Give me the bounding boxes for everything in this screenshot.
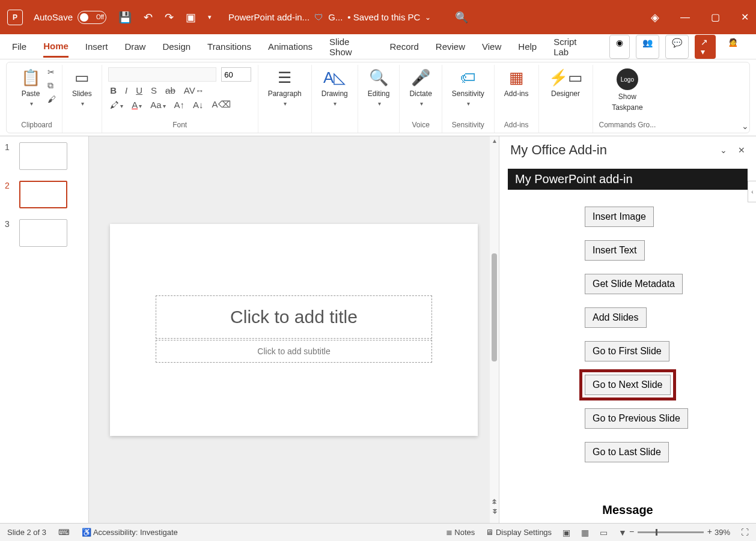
customize-qat-icon[interactable]: ▾ bbox=[208, 13, 212, 21]
maximize-button[interactable]: ▢ bbox=[711, 11, 720, 23]
insert-image-button[interactable]: Insert Image bbox=[585, 207, 654, 227]
addin-reveal-tab[interactable]: ‹ bbox=[748, 181, 756, 202]
show-taskpane-button[interactable]: Logo Show Taskpane bbox=[608, 67, 646, 113]
dictate-button[interactable]: 🎤 Dictate bbox=[406, 67, 435, 108]
scroll-up-arrow-icon[interactable]: ▲ bbox=[492, 138, 497, 144]
increase-font-button[interactable]: A↑ bbox=[172, 100, 187, 110]
tab-record[interactable]: Record bbox=[390, 37, 419, 56]
change-case-button[interactable]: Aa bbox=[148, 100, 167, 110]
teams-button[interactable]: 👥 bbox=[636, 35, 659, 59]
reading-view-button[interactable]: ▭ bbox=[600, 528, 608, 537]
search-icon[interactable]: 🔍 bbox=[455, 11, 468, 24]
subtitle-placeholder[interactable]: Click to add subtitle bbox=[156, 340, 432, 363]
get-slide-metadata-button[interactable]: Get Slide Metadata bbox=[585, 274, 683, 294]
tab-insert[interactable]: Insert bbox=[85, 37, 108, 56]
drawing-button[interactable]: A◺ Drawing bbox=[318, 67, 352, 108]
slide-sorter-view-button[interactable]: ▦ bbox=[581, 528, 589, 537]
slideshow-view-button[interactable]: ▼ bbox=[618, 528, 627, 537]
taskpane-close-icon[interactable]: ✕ bbox=[738, 145, 745, 155]
autosave-toggle[interactable]: Off bbox=[78, 11, 106, 24]
strikethrough-button[interactable]: ab bbox=[163, 85, 177, 95]
sensitivity-shield-icon[interactable]: 🛡 bbox=[314, 12, 323, 22]
zoom-slider[interactable]: − + bbox=[638, 531, 704, 533]
previous-slide-icon[interactable]: ⯭ bbox=[492, 498, 497, 505]
italic-button[interactable]: I bbox=[123, 85, 129, 95]
premium-icon[interactable]: ◈ bbox=[651, 11, 659, 24]
group-clipboard: 📋 Paste ✂ ⧉ 🖌 Clipboard bbox=[11, 65, 62, 133]
go-to-next-slide-button[interactable]: Go to Next Slide bbox=[585, 375, 671, 395]
underline-button[interactable]: U bbox=[134, 85, 144, 95]
character-spacing-button[interactable]: AV↔ bbox=[182, 85, 206, 95]
tab-help[interactable]: Help bbox=[518, 37, 537, 56]
tab-draw[interactable]: Draw bbox=[124, 37, 145, 56]
thumbnail-row: 2 bbox=[5, 181, 84, 208]
taskpane-menu-chevron-icon[interactable]: ⌄ bbox=[720, 145, 727, 155]
tab-review[interactable]: Review bbox=[436, 37, 465, 56]
format-painter-icon[interactable]: 🖌 bbox=[47, 94, 56, 104]
cut-icon[interactable]: ✂ bbox=[47, 67, 56, 77]
tab-design[interactable]: Design bbox=[162, 37, 191, 56]
notes-button[interactable]: ≣ Notes bbox=[446, 528, 475, 537]
fit-to-window-icon[interactable]: ⛶ bbox=[741, 528, 749, 537]
zoom-out-icon[interactable]: − bbox=[629, 527, 634, 536]
save-status[interactable]: • Saved to this PC bbox=[347, 12, 420, 22]
thumbnail-slide-1[interactable] bbox=[19, 142, 67, 170]
tab-file[interactable]: File bbox=[12, 37, 26, 56]
title-placeholder[interactable]: Click to add title bbox=[156, 295, 432, 339]
zoom-in-icon[interactable]: + bbox=[707, 527, 712, 536]
record-camera-button[interactable]: ◉ bbox=[609, 35, 630, 59]
decrease-font-button[interactable]: A↓ bbox=[191, 100, 206, 110]
designer-button[interactable]: ⚡▭ Designer bbox=[545, 67, 587, 99]
spellcheck-icon[interactable]: ⌨ bbox=[58, 528, 70, 537]
add-slides-button[interactable]: Add Slides bbox=[585, 307, 647, 328]
font-family-select[interactable] bbox=[108, 67, 216, 82]
insert-text-button[interactable]: Insert Text bbox=[585, 240, 645, 261]
tab-view[interactable]: View bbox=[482, 37, 501, 56]
normal-view-button[interactable]: ▣ bbox=[562, 528, 570, 537]
thumbnail-slide-3[interactable] bbox=[19, 219, 67, 247]
sensitivity-button[interactable]: 🏷 Sensitivity bbox=[448, 67, 488, 108]
go-to-last-slide-button[interactable]: Go to Last Slide bbox=[585, 442, 669, 462]
shadow-button[interactable]: S bbox=[149, 85, 159, 95]
slide-counter[interactable]: Slide 2 of 3 bbox=[7, 528, 46, 537]
highlight-color-button[interactable]: 🖍 bbox=[108, 100, 125, 110]
next-slide-icon[interactable]: ⯯ bbox=[492, 508, 497, 515]
redo-icon[interactable]: ↷ bbox=[165, 11, 174, 24]
comments-button[interactable]: 💬 bbox=[665, 35, 689, 59]
tab-animations[interactable]: Animations bbox=[268, 37, 312, 56]
clear-formatting-button[interactable]: A⌫ bbox=[210, 99, 233, 110]
thumbnail-row: 1 bbox=[5, 142, 84, 170]
save-status-chevron-icon[interactable]: ⌄ bbox=[425, 13, 431, 22]
minimize-button[interactable]: — bbox=[680, 12, 690, 23]
tab-transitions[interactable]: Transitions bbox=[207, 37, 251, 56]
present-from-beginning-icon[interactable]: ▣ bbox=[186, 11, 196, 24]
slide-canvas[interactable]: Click to add title Click to add subtitle bbox=[110, 224, 478, 436]
bold-button[interactable]: B bbox=[108, 85, 118, 95]
close-button[interactable]: ✕ bbox=[741, 11, 749, 23]
tab-script-lab[interactable]: Script Lab bbox=[553, 32, 593, 62]
share-button[interactable]: ↗ ▾ bbox=[695, 35, 716, 59]
font-color-button[interactable]: A bbox=[130, 100, 144, 110]
copy-icon[interactable]: ⧉ bbox=[47, 80, 56, 91]
account-icon[interactable]: 🙍 bbox=[722, 35, 744, 59]
accessibility-status[interactable]: ♿ Accessibility: Investigate bbox=[82, 528, 178, 537]
document-name[interactable]: PowerPoint add-in... bbox=[228, 12, 309, 22]
go-to-first-slide-button[interactable]: Go to First Slide bbox=[585, 341, 669, 361]
save-icon[interactable]: 💾 bbox=[118, 11, 132, 24]
vertical-scrollbar[interactable]: ▲ ⯭ ⯯ bbox=[490, 136, 499, 523]
font-size-select[interactable] bbox=[221, 67, 251, 82]
undo-icon[interactable]: ↶ bbox=[144, 11, 153, 24]
go-to-previous-slide-button[interactable]: Go to Previous Slide bbox=[585, 408, 688, 429]
slides-button[interactable]: ▭ Slides bbox=[69, 67, 96, 108]
collapse-ribbon-chevron-icon[interactable]: ⌄ bbox=[742, 121, 749, 131]
paste-button[interactable]: 📋 Paste bbox=[17, 67, 44, 108]
autosave-control[interactable]: AutoSave Off bbox=[34, 11, 106, 24]
display-settings-button[interactable]: 🖥 Display Settings bbox=[486, 528, 552, 537]
paragraph-button[interactable]: ☰ Paragraph bbox=[264, 67, 305, 108]
addins-button[interactable]: ▦ Add-ins bbox=[501, 67, 532, 99]
thumbnail-slide-2[interactable] bbox=[19, 181, 67, 208]
zoom-level[interactable]: 39% bbox=[715, 528, 730, 537]
tab-home[interactable]: Home bbox=[43, 36, 69, 58]
tab-slide-show[interactable]: Slide Show bbox=[329, 32, 373, 62]
editing-button[interactable]: 🔍 Editing bbox=[364, 67, 394, 108]
